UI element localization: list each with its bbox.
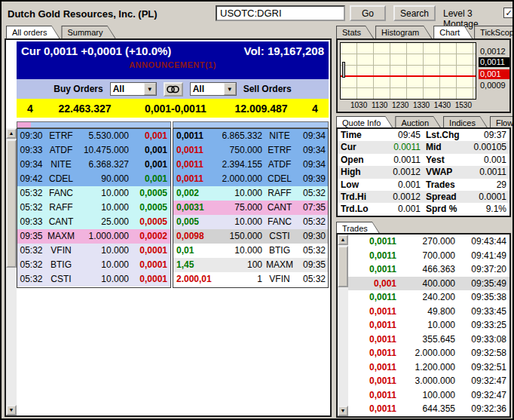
trade-time: 09:43:44 <box>455 235 506 249</box>
bid-row[interactable]: 09:34 NITE 6.368.327 0,001 <box>17 158 170 172</box>
top-bar: Dutch Gold Resources, Inc. (PL) Go Searc… <box>6 5 509 23</box>
bid-row[interactable]: 05:32 RAFF 10.000 0,0005 <box>17 201 170 215</box>
ask-row[interactable]: 0,005 10.000 FANC 05:32 <box>173 215 328 229</box>
bid-row[interactable]: 09:33 CANT 25.000 0,0005 <box>17 215 170 229</box>
x-axis-label: 1330 <box>413 101 430 109</box>
bid-row[interactable]: 09:35 MAXM 1.000.000 0,0002 <box>17 229 170 244</box>
quote-value: 0.0011 <box>375 154 421 166</box>
trade-row: 0,0011 466.363 09:37:20 <box>348 262 509 277</box>
scroll-thumb[interactable] <box>338 246 348 287</box>
tab-label: All orders <box>7 26 59 38</box>
scroll-down-button[interactable]: ▼ <box>338 406 348 416</box>
bid-row[interactable]: 05:32 CSTI 10.000 0,0001 <box>17 272 170 287</box>
trades-scrollbar[interactable]: ▲ ▼ <box>338 235 348 416</box>
y-axis-label: 0,0012 <box>479 47 509 57</box>
tab[interactable]: Chart <box>433 26 473 38</box>
tab[interactable]: All orders <box>6 26 60 38</box>
bid-price: 0,0001 <box>129 272 170 287</box>
go-button[interactable]: Go <box>350 5 386 21</box>
order-book-scrollbar[interactable]: ▲ ▼ <box>6 128 17 415</box>
order-time: 09:34 <box>297 158 328 172</box>
bid-price: 0,0005 <box>129 186 170 201</box>
link-filters-button[interactable] <box>164 82 183 97</box>
quote-row: Cur 0.0011 Mid 0.00105 <box>338 141 509 153</box>
market-maker: CSTI <box>262 229 297 244</box>
market-maker: FANC <box>262 215 297 229</box>
scroll-up-button[interactable]: ▲ <box>6 128 17 139</box>
order-time: 09:35 <box>17 229 45 244</box>
trade-time: 09:33:08 <box>455 333 506 347</box>
tab[interactable]: Summary <box>61 26 115 38</box>
bid-row[interactable]: 05:32 FANC 10.000 0,0005 <box>17 186 170 201</box>
quote-value: 0.001 <box>469 154 506 166</box>
ask-row[interactable]: 0,0011 750.000 ETRF 09:34 <box>173 143 328 158</box>
scroll-up-button[interactable]: ▲ <box>338 235 348 245</box>
quote-label: Open <box>341 154 375 166</box>
chevron-down-icon[interactable]: ▼ <box>144 83 156 95</box>
buy-orders-filter[interactable]: All ▼ <box>110 82 157 96</box>
trade-time: 09:32:47 <box>455 374 506 388</box>
bid-price: 0,0001 <box>129 244 170 258</box>
quote-label: Lst.Chg <box>421 129 469 141</box>
chevron-down-icon[interactable]: ▼ <box>224 83 236 95</box>
ask-price: 0,01 <box>173 244 213 258</box>
bid-row[interactable]: 09:33 ATDF 10.475.000 0,001 <box>17 143 170 158</box>
trade-size: 644.355 <box>396 402 455 416</box>
search-button[interactable]: Search <box>393 5 436 21</box>
ask-row[interactable]: 0,0011 6.865.332 NITE 09:34 <box>173 129 328 143</box>
ask-row[interactable]: 0,002 10.000 RAFF 05:32 <box>173 186 328 201</box>
chart-plot-area[interactable] <box>340 42 476 100</box>
chart-y-axis: 0,00120,00110,0010,0009 <box>479 42 509 100</box>
trade-price: 0,0011 <box>350 262 396 277</box>
ask-row[interactable]: 0,0011 2.000.000 CDEL 09:39 <box>173 172 328 186</box>
buy-orders-label: Buy Orders <box>54 84 102 94</box>
order-size: 1.000.000 <box>77 229 129 244</box>
market-maker: NITE <box>45 158 77 172</box>
trade-size: 10.000 <box>396 318 455 333</box>
bid-price: 0,0002 <box>129 229 170 244</box>
bid-row[interactable]: 09:42 CDEL 90.000 0,001 <box>17 172 170 186</box>
ask-row[interactable]: 0,01 10.000 BTIG 05:32 <box>173 244 328 258</box>
quote-label: High <box>341 166 375 178</box>
ask-row[interactable]: 1,45 100 MAXM 09:35 <box>173 258 328 272</box>
ask-price: 1,45 <box>173 258 213 272</box>
trade-row: 0,0011 355.645 09:33:08 <box>348 333 509 347</box>
trade-time: 09:33:45 <box>455 305 506 319</box>
scroll-down-button[interactable]: ▼ <box>6 405 17 415</box>
ask-row[interactable]: 0,0031 75.000 CANT 07:35 <box>173 201 328 215</box>
tab[interactable]: TickScope <box>474 26 514 38</box>
order-time: 09:33 <box>17 215 45 229</box>
quote-label: Sprd % <box>421 203 469 215</box>
trade-row: 0,001 400.000 09:35:49 <box>348 277 509 291</box>
order-size: 10.000 <box>213 186 262 201</box>
symbol-input[interactable] <box>216 5 345 21</box>
order-time: 09:42 <box>17 172 45 186</box>
order-size: 2.394.155 <box>213 158 262 172</box>
order-time: 09:33 <box>17 143 45 158</box>
quote-info-panel: Time 09:45 Lst.Chg 09:37 Cur 0.0011 Mid … <box>336 127 511 217</box>
bid-row[interactable]: 09:30 ETRF 5.530.000 0,001 <box>17 129 170 143</box>
scroll-thumb[interactable] <box>6 139 17 268</box>
tab[interactable]: Histogram <box>375 26 432 38</box>
trade-price: 0,0011 <box>350 333 396 347</box>
tab[interactable]: Stats <box>336 26 374 38</box>
ask-row[interactable]: 2.000,01 1 VFIN 05:32 <box>173 272 328 287</box>
volume-label: Vol: 19,167,208 <box>244 44 324 57</box>
order-filter-row: Buy Orders All ▼ All ▼ Sell Orders <box>17 79 329 99</box>
sell-orders-filter[interactable]: All ▼ <box>190 82 237 96</box>
order-size: 150.000 <box>213 229 262 244</box>
level3-montage-checkbox[interactable] <box>503 8 514 18</box>
bid-row[interactable]: 05:32 VFIN 10.000 0,0001 <box>17 244 170 258</box>
market-maker: ATDF <box>45 143 77 158</box>
order-size: 10.000 <box>77 272 129 287</box>
y-axis-label: 0,0009 <box>479 81 509 90</box>
bid-row[interactable]: 05:32 BTIG 10.000 0,0001 <box>17 258 170 272</box>
ask-row[interactable]: 0,0011 2.394.155 ATDF 09:34 <box>173 158 328 172</box>
ask-depth-fill <box>173 122 328 127</box>
announcement-banner[interactable]: ANNOUNCEMENT(1) <box>17 60 329 69</box>
ask-row[interactable]: 0,0098 150.000 CSTI 09:30 <box>173 229 328 244</box>
order-time: 09:35 <box>297 258 328 272</box>
order-size: 25.000 <box>77 215 129 229</box>
trade-time: 09:33:25 <box>455 318 506 333</box>
intraday-chart: 0,00120,00110,0010,0009 1030113012301330… <box>336 38 511 113</box>
